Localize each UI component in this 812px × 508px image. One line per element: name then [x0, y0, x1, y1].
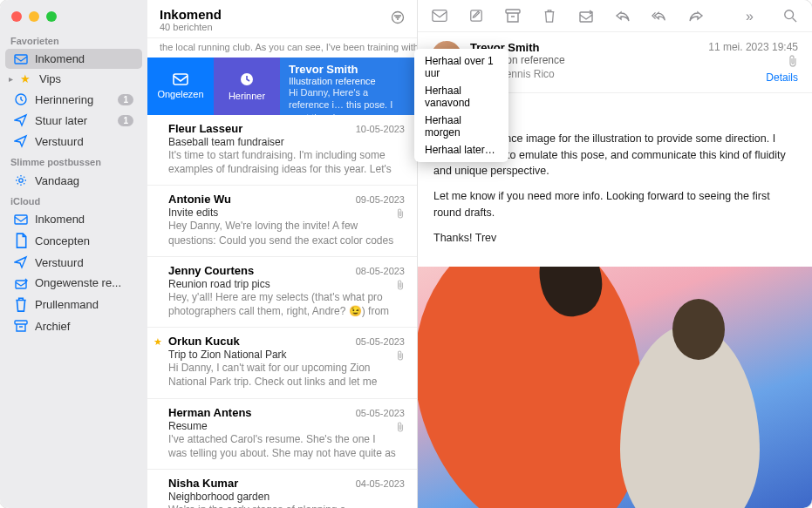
paperplane-icon	[14, 255, 28, 269]
message-row[interactable]: Jenny Courtens08-05-2023Reunion road tri…	[147, 257, 417, 328]
paperplane-clock-icon	[14, 113, 28, 127]
clock-icon	[14, 92, 28, 106]
sidebar-item-label: Ongewenste re...	[35, 276, 121, 289]
search-icon[interactable]	[782, 9, 798, 23]
message-row[interactable]: ★Orkun Kucuk05-05-2023Trip to Zion Natio…	[147, 328, 417, 398]
sidebar-item-icloud-sent[interactable]: Verstuurd	[5, 252, 142, 273]
mailbox-title: Inkomend	[160, 7, 222, 22]
sidebar-item-label: Inkomend	[35, 52, 85, 65]
filter-icon[interactable]	[391, 7, 405, 27]
sidebar-item-icloud-inbox[interactable]: Inkomend	[5, 209, 142, 229]
message-list-pane: Inkomend 40 berichten the local running …	[147, 0, 418, 508]
svg-rect-4	[16, 281, 26, 288]
message-preview: Hi Danny, I can't wait for our upcoming …	[168, 361, 396, 389]
envelope-icon[interactable]	[432, 9, 447, 23]
more-icon[interactable]: »	[746, 9, 761, 23]
flag-star-icon: ★	[154, 336, 162, 348]
message-row[interactable]: Nisha Kumar04-05-2023Neighborhood garden…	[147, 470, 417, 508]
message-preview: Hi Danny, Here's a reference i… this pos…	[289, 86, 408, 115]
reply-all-icon[interactable]	[652, 9, 667, 23]
junk-icon[interactable]	[578, 9, 594, 23]
menu-item-remind-1h[interactable]: Herhaal over 1 uur	[414, 52, 508, 82]
swipe-remind-button[interactable]: Herinner	[214, 58, 280, 115]
svg-point-13	[785, 10, 794, 19]
message-preview: We're in the early stages of planning a …	[168, 503, 405, 508]
gear-icon	[14, 173, 28, 187]
star-icon: ★	[18, 72, 32, 85]
menu-item-remind-later[interactable]: Herhaal later…	[414, 141, 508, 159]
message-subject: Resume	[168, 420, 405, 432]
sidebar-item-junk[interactable]: Ongewenste re...	[5, 273, 142, 293]
minimize-window-button[interactable]	[29, 11, 39, 22]
message-list: Fleur Lasseur10-05-2023Baseball team fun…	[147, 115, 417, 508]
message-date: 05-05-2023	[356, 408, 405, 418]
message-preview: I've attached Carol's resume. She's the …	[168, 432, 396, 460]
sidebar-section-icloud: iCloud	[0, 191, 147, 209]
badge: 1	[118, 115, 133, 126]
junk-icon	[14, 277, 28, 289]
attachment-icon	[396, 422, 405, 434]
menu-item-remind-tomorrow[interactable]: Herhaal morgen	[414, 112, 508, 141]
message-subject: Baseball team fundraiser	[168, 136, 405, 148]
archive-icon[interactable]	[505, 9, 521, 23]
inbox-icon	[14, 54, 28, 64]
sidebar-item-label: Verstuurd	[35, 135, 84, 148]
forward-icon[interactable]	[688, 9, 704, 23]
sidebar-item-label: Verstuurd	[35, 256, 84, 269]
swipe-label: Ongelezen	[157, 89, 203, 99]
sidebar-item-label: Inkomend	[35, 213, 85, 226]
trash-icon[interactable]	[542, 9, 557, 23]
fullscreen-window-button[interactable]	[46, 11, 57, 22]
paperplane-icon	[14, 134, 28, 148]
message-sender: Orkun Kucuk	[168, 335, 240, 348]
sidebar-item-label: Prullenmand	[35, 298, 99, 311]
close-window-button[interactable]	[11, 11, 22, 22]
sidebar-item-inbox[interactable]: Inkomend	[5, 49, 142, 69]
sidebar-item-label: Stuur later	[35, 114, 87, 127]
badge: 1	[118, 94, 133, 105]
sidebar-item-archive[interactable]: Archief	[5, 316, 142, 336]
message-sender: Fleur Lasseur	[168, 122, 242, 135]
sidebar-section-smart: Slimme postbussen	[0, 152, 147, 170]
swiped-message[interactable]: Trevor Smith Illustration reference Hi D…	[280, 58, 417, 115]
compose-icon[interactable]	[468, 9, 484, 23]
message-subject: Trip to Zion National Park	[168, 349, 405, 361]
message-row[interactable]: Herman Antens05-05-2023ResumeI've attach…	[147, 399, 417, 470]
attachment-image[interactable]	[418, 267, 812, 508]
sidebar-item-sent[interactable]: Verstuurd	[5, 131, 142, 152]
message-date: 05-05-2023	[356, 336, 405, 347]
details-link[interactable]: Details	[708, 71, 798, 84]
svg-rect-7	[174, 74, 188, 85]
message-sender: Trevor Smith	[289, 63, 408, 76]
list-header: Inkomend 40 berichten	[147, 0, 417, 38]
sidebar-item-trash[interactable]: Prullenmand	[5, 293, 142, 315]
message-sender: Herman Antens	[168, 406, 252, 419]
message-preview: Hey, y'all! Here are my selects (that's …	[168, 290, 396, 318]
sidebar-item-today[interactable]: Vandaag	[5, 170, 142, 191]
message-subject: Neighborhood garden	[168, 491, 405, 503]
sidebar-item-label: Archief	[35, 320, 70, 333]
inbox-icon	[14, 214, 28, 225]
detail-date: 11 mei. 2023 19:45	[708, 41, 798, 53]
message-preview: Hey Danny, We're loving the invite! A fe…	[168, 219, 396, 247]
chevron-right-icon: ▸	[9, 74, 13, 84]
truncated-preview-row[interactable]: the local running club. As you can see, …	[147, 38, 417, 58]
message-row[interactable]: Antonie Wu09-05-2023Invite editsHey Dann…	[147, 186, 417, 256]
sidebar-item-drafts[interactable]: Concepten	[5, 229, 142, 252]
sidebar-item-reminder[interactable]: Herinnering 1	[5, 89, 142, 110]
reply-icon[interactable]	[615, 9, 631, 23]
swipe-unread-button[interactable]: Ongelezen	[147, 58, 214, 115]
menu-item-remind-tonight[interactable]: Herhaal vanavond	[414, 82, 508, 112]
sidebar-item-send-later[interactable]: Stuur later 1	[5, 110, 142, 131]
message-sender: Jenny Courtens	[168, 264, 254, 277]
body-paragraph: Let me know if you need more info. Looki…	[433, 188, 796, 221]
message-date: 08-05-2023	[356, 266, 405, 276]
attachment-icon	[396, 350, 405, 362]
sidebar-section-favorites: Favorieten	[0, 30, 147, 49]
document-icon	[14, 233, 28, 248]
message-subject: Invite edits	[168, 207, 405, 219]
svg-rect-11	[506, 10, 520, 13]
message-row[interactable]: Fleur Lasseur10-05-2023Baseball team fun…	[147, 115, 417, 186]
clock-badge-icon	[239, 71, 255, 87]
sidebar-item-vips[interactable]: ▸ ★ Vips	[5, 69, 142, 89]
